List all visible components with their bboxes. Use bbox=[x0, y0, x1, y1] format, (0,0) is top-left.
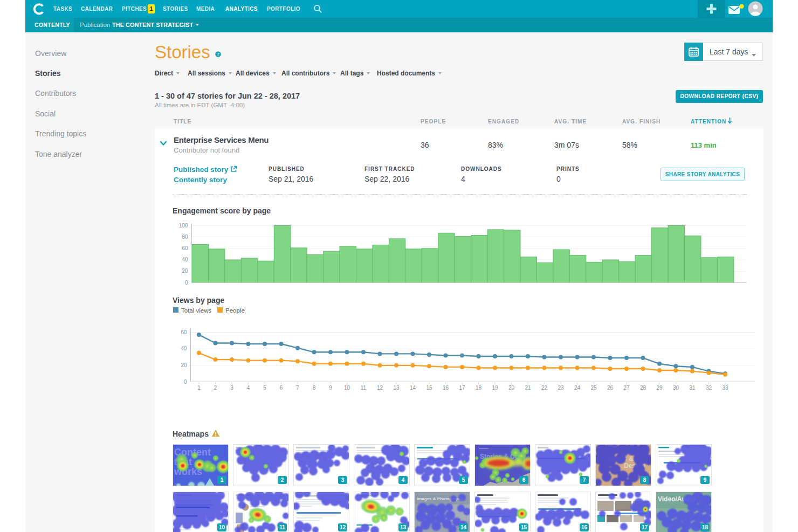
svg-text:18: 18 bbox=[476, 385, 482, 391]
svg-text:23: 23 bbox=[558, 385, 564, 391]
svg-text:31: 31 bbox=[689, 385, 696, 391]
svg-text:17: 17 bbox=[459, 385, 465, 391]
svg-text:25: 25 bbox=[590, 385, 597, 391]
svg-text:15: 15 bbox=[426, 385, 432, 391]
svg-text:16: 16 bbox=[443, 385, 449, 391]
svg-text:33: 33 bbox=[722, 385, 728, 391]
svg-text:100: 100 bbox=[179, 223, 188, 229]
svg-text:13: 13 bbox=[393, 385, 400, 391]
svg-text:32: 32 bbox=[706, 385, 712, 391]
svg-text:6: 6 bbox=[280, 385, 283, 391]
svg-text:14: 14 bbox=[410, 385, 416, 391]
svg-text:10: 10 bbox=[344, 385, 350, 391]
svg-text:20: 20 bbox=[508, 385, 515, 391]
svg-text:8: 8 bbox=[313, 385, 316, 391]
svg-text:0: 0 bbox=[185, 280, 188, 286]
svg-text:29: 29 bbox=[656, 385, 663, 391]
svg-text:60: 60 bbox=[181, 329, 187, 335]
svg-text:60: 60 bbox=[182, 245, 188, 251]
svg-text:24: 24 bbox=[574, 385, 581, 391]
svg-text:40: 40 bbox=[182, 257, 188, 262]
svg-text:80: 80 bbox=[182, 234, 188, 240]
svg-text:26: 26 bbox=[607, 385, 614, 391]
svg-text:9: 9 bbox=[329, 385, 332, 391]
svg-text:28: 28 bbox=[640, 385, 646, 391]
svg-text:0: 0 bbox=[184, 379, 187, 385]
svg-text:40: 40 bbox=[181, 346, 187, 351]
svg-text:5: 5 bbox=[263, 385, 266, 391]
svg-text:1: 1 bbox=[197, 385, 201, 391]
svg-text:11: 11 bbox=[361, 385, 367, 391]
svg-text:2: 2 bbox=[214, 385, 217, 391]
svg-text:7: 7 bbox=[296, 385, 299, 391]
svg-text:22: 22 bbox=[541, 385, 548, 391]
svg-text:12: 12 bbox=[377, 385, 383, 391]
svg-text:?: ? bbox=[217, 52, 219, 57]
svg-text:20: 20 bbox=[181, 362, 187, 368]
svg-text:30: 30 bbox=[673, 385, 679, 391]
svg-text:27: 27 bbox=[623, 385, 630, 391]
svg-text:20: 20 bbox=[182, 268, 188, 274]
svg-text:3: 3 bbox=[230, 385, 233, 391]
svg-text:21: 21 bbox=[525, 385, 531, 391]
svg-text:Images & Photography: Images & Photography bbox=[417, 496, 464, 501]
svg-text:4: 4 bbox=[247, 385, 250, 391]
svg-text:19: 19 bbox=[492, 385, 498, 391]
